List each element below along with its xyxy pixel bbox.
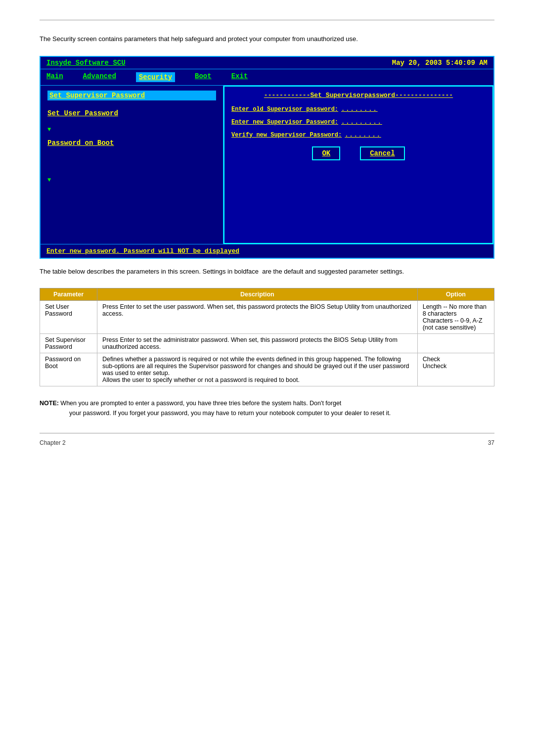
bios-status-bar: Enter new password. Password will NOT be…	[41, 244, 493, 258]
bios-header: Insyde Software SCU May 20, 2003 5:40:09…	[41, 57, 493, 69]
arrow-indicator: ▼	[47, 126, 216, 133]
dialog-title: ------------Set Supervisorpassword------…	[231, 92, 486, 99]
table-row: Password on BootDefines whether a passwo…	[40, 353, 494, 386]
table-row: Set Supervisor PasswordPress Enter to se…	[40, 334, 494, 353]
bottom-divider	[40, 433, 494, 433]
nav-boot[interactable]: Boot	[195, 72, 212, 82]
table-cell-description: Press Enter to set the user password. Wh…	[97, 301, 418, 334]
footer: Chapter 2 37	[40, 439, 494, 446]
cancel-button[interactable]: Cancel	[360, 146, 404, 160]
bottom-arrow: ▼	[47, 177, 216, 184]
bios-datetime: May 20, 2003 5:40:09 AM	[392, 59, 488, 67]
dialog-row-new-password: Enter new Supervisor Password: .........	[231, 119, 486, 126]
table-intro-text: The table below describes the parameters…	[40, 267, 494, 277]
nav-advanced[interactable]: Advanced	[83, 72, 116, 82]
parameter-table: Parameter Description Option Set User Pa…	[40, 288, 494, 386]
ok-button[interactable]: OK	[312, 146, 340, 160]
dialog-row-verify-password: Verify new Supervisor Password: ........	[231, 132, 486, 139]
dialog-dots-verify: ........	[345, 132, 381, 139]
table-header-option: Option	[417, 288, 494, 301]
note-text: When you are prompted to enter a passwor…	[60, 400, 341, 407]
dialog-buttons: OK Cancel	[231, 146, 486, 160]
footer-chapter: Chapter 2	[40, 439, 66, 446]
bios-title: Insyde Software SCU	[46, 59, 126, 67]
table-header-parameter: Parameter	[40, 288, 97, 301]
bios-nav: Main Advanced Security Boot Exit	[41, 69, 493, 86]
nav-main[interactable]: Main	[46, 72, 63, 82]
table-cell-option	[417, 334, 494, 353]
dialog-label-new: Enter new Supervisor Password:	[231, 119, 338, 126]
table-cell-parameter: Password on Boot	[40, 353, 97, 386]
note-continuation: your password. If you forget your passwo…	[69, 408, 494, 418]
table-header-description: Description	[97, 288, 418, 301]
bios-dialog: ------------Set Supervisorpassword------…	[223, 86, 493, 244]
dialog-row-old-password: Enter old Supervisor password: ........	[231, 106, 486, 113]
nav-security[interactable]: Security	[136, 72, 175, 82]
intro-paragraph: The Security screen contains parameters …	[40, 34, 494, 44]
bios-left-panel: Set Supervisor Password Set User Passwor…	[41, 86, 223, 244]
table-cell-description: Press Enter to set the administrator pas…	[97, 334, 418, 353]
table-row: Set User PasswordPress Enter to set the …	[40, 301, 494, 334]
table-cell-option: CheckUncheck	[417, 353, 494, 386]
note-label: NOTE:	[40, 400, 60, 407]
menu-set-user-password[interactable]: Set User Password	[47, 109, 216, 117]
top-divider	[40, 20, 494, 20]
dialog-label-verify: Verify new Supervisor Password:	[231, 132, 342, 139]
table-cell-parameter: Set User Password	[40, 301, 97, 334]
note-section: NOTE: When you are prompted to enter a p…	[40, 398, 494, 418]
dialog-dots-new: .........	[341, 119, 382, 126]
table-cell-description: Defines whether a password is required o…	[97, 353, 418, 386]
menu-set-supervisor-password[interactable]: Set Supervisor Password	[47, 91, 216, 100]
nav-exit[interactable]: Exit	[231, 72, 248, 82]
bios-ui-container: Insyde Software SCU May 20, 2003 5:40:09…	[40, 56, 494, 259]
dialog-dots-old: ........	[341, 106, 378, 113]
dialog-label-old: Enter old Supervisor password:	[231, 106, 338, 113]
table-cell-parameter: Set Supervisor Password	[40, 334, 97, 353]
table-cell-option: Length -- No more than 8 charactersChara…	[417, 301, 494, 334]
footer-page: 37	[488, 439, 494, 446]
bios-body: Set Supervisor Password Set User Passwor…	[41, 86, 493, 244]
menu-password-on-boot[interactable]: Password on Boot	[47, 139, 216, 147]
